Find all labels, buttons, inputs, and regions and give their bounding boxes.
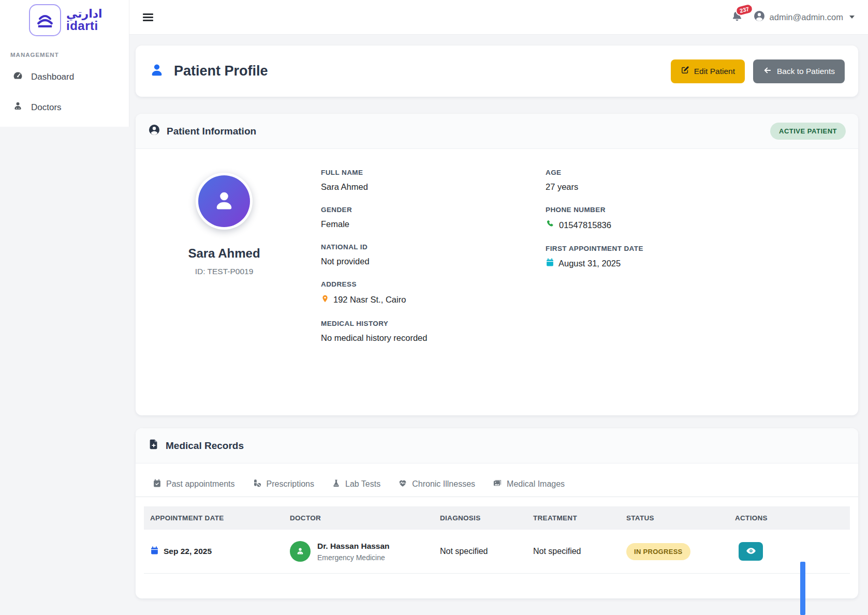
tab-past-appointments[interactable]: Past appointments xyxy=(144,472,244,497)
location-pin-icon xyxy=(321,294,329,306)
status-badge: IN PROGRESS xyxy=(626,543,690,560)
tab-chronic-illnesses[interactable]: Chronic Illnesses xyxy=(389,472,484,497)
appointment-date: Sep 22, 2025 xyxy=(164,547,212,556)
col-diagnosis: DIAGNOSIS xyxy=(434,506,527,530)
tab-lab-tests[interactable]: Lab Tests xyxy=(323,472,389,497)
person-circle-dark-icon xyxy=(148,124,160,139)
patient-information-title: Patient Information xyxy=(167,126,256,137)
images-icon xyxy=(493,478,502,490)
eye-icon xyxy=(746,546,756,558)
calendar-blue-icon xyxy=(150,546,159,557)
col-actions: ACTIONS xyxy=(729,506,850,530)
view-record-button[interactable] xyxy=(739,542,763,561)
calendar-icon xyxy=(546,258,554,269)
page-header-card: Patient Profile Edit Patient Back to Pat… xyxy=(136,46,858,97)
patient-icon xyxy=(149,63,165,80)
arrow-left-icon xyxy=(763,66,772,77)
patient-avatar xyxy=(196,173,253,230)
phone-icon xyxy=(546,219,555,231)
patient-name: Sara Ahmed xyxy=(152,246,296,261)
field-address: ADDRESS 192 Nasr St., Cairo xyxy=(321,280,546,306)
field-first-appointment-date: FIRST APPOINTMENT DATE August 31, 2025 xyxy=(546,245,842,269)
active-patient-badge: ACTIVE PATIENT xyxy=(770,123,846,140)
doctor-name: Dr. Hassan Hassan xyxy=(317,542,390,551)
app-logo-text: ادارتي idarti xyxy=(66,8,102,33)
page-title: Patient Profile xyxy=(174,63,268,79)
field-national-id: NATIONAL ID Not provided xyxy=(321,243,546,266)
appointments-table: APPOINTMENT DATE DOCTOR DIAGNOSIS TREATM… xyxy=(144,506,850,574)
calendar-check-icon xyxy=(153,479,161,490)
user-menu[interactable]: admin@admin.com xyxy=(753,10,855,24)
col-status: STATUS xyxy=(620,506,729,530)
medical-records-card: Medical Records Past appointments xyxy=(136,428,858,598)
sidebar: ادارتي idarti MANAGEMENT Dashboard Docto… xyxy=(0,0,129,127)
notifications-button[interactable]: 237 xyxy=(730,9,744,25)
sidebar-item-dashboard[interactable]: Dashboard xyxy=(0,66,129,88)
app-logo[interactable]: ادارتي idarti xyxy=(0,0,129,36)
doctor-specialty: Emergency Medicine xyxy=(317,553,390,562)
app-logo-icon xyxy=(29,4,61,36)
menu-icon[interactable] xyxy=(143,12,153,23)
person-circle-icon xyxy=(753,10,766,24)
diagnosis-value: Not specified xyxy=(434,530,527,574)
pills-icon xyxy=(253,478,262,490)
medical-records-title: Medical Records xyxy=(166,440,244,452)
user-email: admin@admin.com xyxy=(770,12,843,22)
speedometer-icon xyxy=(12,70,23,84)
field-age: AGE 27 years xyxy=(546,169,842,192)
sidebar-item-doctors[interactable]: Doctors xyxy=(0,96,129,119)
col-appointment-date: APPOINTMENT DATE xyxy=(144,506,284,530)
sidebar-item-label: Dashboard xyxy=(31,72,74,82)
heart-pulse-icon xyxy=(398,478,407,490)
field-medical-history: MEDICAL HISTORY No medical history recor… xyxy=(321,320,546,343)
tab-medical-images[interactable]: Medical Images xyxy=(484,472,573,497)
sidebar-section-management: MANAGEMENT xyxy=(10,52,129,58)
caret-down-icon xyxy=(849,16,855,19)
brand-name-english: idarti xyxy=(66,20,102,32)
file-medical-icon xyxy=(148,439,159,453)
scrollbar-thumb[interactable] xyxy=(800,562,805,615)
sidebar-item-label: Doctors xyxy=(31,102,62,113)
col-doctor: DOCTOR xyxy=(284,506,434,530)
field-gender: GENDER Female xyxy=(321,206,546,229)
edit-patient-label: Edit Patient xyxy=(694,67,735,76)
table-row: Sep 22, 2025 xyxy=(144,530,850,574)
notification-count-badge: 237 xyxy=(734,3,754,17)
tab-prescriptions[interactable]: Prescriptions xyxy=(244,472,323,497)
flask-icon xyxy=(332,479,341,490)
topbar: 237 admin@admin.com xyxy=(129,0,868,35)
bell-icon xyxy=(730,16,744,24)
patient-information-card: Patient Information ACTIVE PATIENT Sara … xyxy=(136,114,858,415)
brand-name-arabic: ادارتي xyxy=(66,8,102,20)
back-to-patients-button[interactable]: Back to Patients xyxy=(753,59,845,83)
pencil-square-icon xyxy=(681,66,689,77)
patient-id: ID: TEST-P0019 xyxy=(152,267,296,276)
doctor-icon xyxy=(12,101,23,114)
field-phone-number: PHONE NUMBER 01547815836 xyxy=(546,206,842,231)
doctor-avatar xyxy=(290,541,311,562)
treatment-value: Not specified xyxy=(527,530,620,574)
edit-patient-button[interactable]: Edit Patient xyxy=(671,59,745,83)
medical-records-tabs: Past appointments Prescriptions Lab Te xyxy=(136,463,858,497)
col-treatment: TREATMENT xyxy=(527,506,620,530)
back-to-patients-label: Back to Patients xyxy=(777,67,835,76)
avatar-person-icon xyxy=(211,188,238,215)
field-full-name: FULL NAME Sara Ahmed xyxy=(321,169,546,192)
